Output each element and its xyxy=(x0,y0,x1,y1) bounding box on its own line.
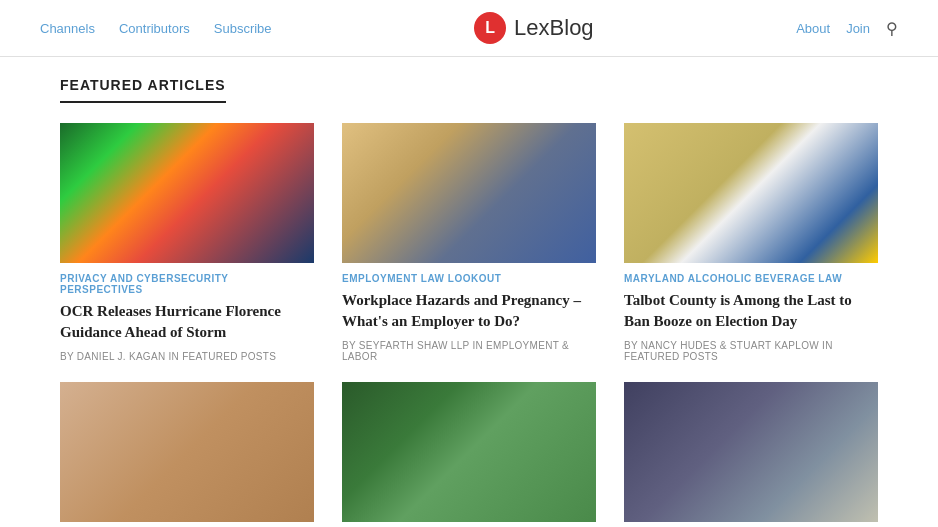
article-card: EMPLOYMENT LAW LOOKOUT Workplace Hazards… xyxy=(342,123,596,362)
article-byline: BY DANIEL J. KAGAN IN FEATURED POSTS xyxy=(60,351,314,362)
article-image xyxy=(60,123,314,263)
article-image xyxy=(624,123,878,263)
article-image xyxy=(342,382,596,522)
featured-articles-title: FEATURED ARTICLES xyxy=(60,77,226,103)
main-content: FEATURED ARTICLES PRIVACY AND CYBERSECUR… xyxy=(0,57,938,527)
nav-about[interactable]: About xyxy=(796,21,830,36)
article-title: Talbot County is Among the Last to Ban B… xyxy=(624,290,878,332)
logo-name: LexBlog xyxy=(514,15,594,41)
article-card: WEST AUSTRALIAN MEDICAL NEGLIGENCE LAW B… xyxy=(60,382,314,527)
article-card: MARYLAND ALCOHOLIC BEVERAGE LAW Talbot C… xyxy=(624,123,878,362)
main-nav: Channels Contributors Subscribe xyxy=(40,21,272,36)
article-image xyxy=(342,123,596,263)
nav-contributors[interactable]: Contributors xyxy=(119,21,190,36)
article-category[interactable]: PRIVACY AND CYBERSECURITY PERSPECTIVES xyxy=(60,273,314,295)
search-icon[interactable]: ⚲ xyxy=(886,19,898,38)
nav-channels[interactable]: Channels xyxy=(40,21,95,36)
article-card: PRIVACY AND CYBERSECURITY PERSPECTIVES O… xyxy=(60,123,314,362)
article-card: THE BLUNT TRUTH Federal Judge Rules that… xyxy=(342,382,596,527)
article-title: OCR Releases Hurricane Florence Guidance… xyxy=(60,301,314,343)
logo-area: L LexBlog xyxy=(474,12,594,44)
site-header: Channels Contributors Subscribe L LexBlo… xyxy=(0,0,938,57)
nav-subscribe[interactable]: Subscribe xyxy=(214,21,272,36)
nav-join[interactable]: Join xyxy=(846,21,870,36)
article-title: Workplace Hazards and Pregnancy – What's… xyxy=(342,290,596,332)
article-byline: BY SEYFARTH SHAW LLP IN EMPLOYMENT & LAB… xyxy=(342,340,596,362)
articles-grid: PRIVACY AND CYBERSECURITY PERSPECTIVES O… xyxy=(60,123,878,527)
article-image xyxy=(624,382,878,522)
article-card: NEBRASKA DEBT AND BANKRUPTCY BLOG Life S… xyxy=(624,382,878,527)
article-category[interactable]: MARYLAND ALCOHOLIC BEVERAGE LAW xyxy=(624,273,878,284)
article-byline: BY NANCY HUDES & STUART KAPLOW IN FEATUR… xyxy=(624,340,878,362)
logo-icon: L xyxy=(474,12,506,44)
article-category[interactable]: EMPLOYMENT LAW LOOKOUT xyxy=(342,273,596,284)
right-nav: About Join ⚲ xyxy=(796,19,898,38)
article-image xyxy=(60,382,314,522)
